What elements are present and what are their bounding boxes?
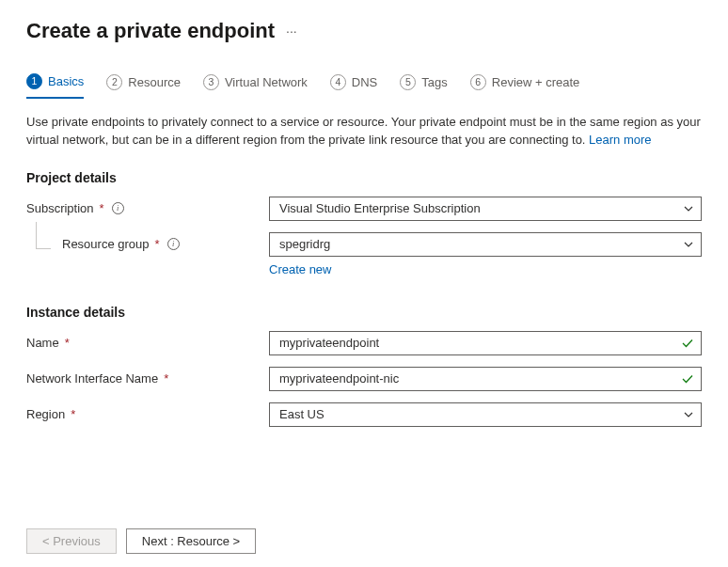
tab-label: Virtual Network xyxy=(225,75,308,89)
step-number-icon: 4 xyxy=(330,74,346,90)
info-icon[interactable]: i xyxy=(112,202,124,214)
subscription-select[interactable] xyxy=(269,197,702,221)
instance-details-heading: Instance details xyxy=(26,305,702,320)
resource-group-select[interactable] xyxy=(269,232,702,257)
more-icon[interactable]: ··· xyxy=(286,24,297,39)
step-number-icon: 5 xyxy=(400,74,416,90)
resource-group-label: Resource group* i xyxy=(26,237,269,251)
tab-tags[interactable]: 5 Tags xyxy=(400,70,447,99)
tab-label: Resource xyxy=(128,75,181,89)
create-new-link[interactable]: Create new xyxy=(269,262,331,276)
tab-label: Review + create xyxy=(492,75,580,89)
intro-text: Use private endpoints to privately conne… xyxy=(26,114,702,150)
tab-virtual-network[interactable]: 3 Virtual Network xyxy=(203,70,308,99)
tab-label: Basics xyxy=(48,74,84,88)
tabs: 1 Basics 2 Resource 3 Virtual Network 4 … xyxy=(26,70,702,99)
subscription-label: Subscription* i xyxy=(26,201,269,215)
nic-name-input[interactable] xyxy=(269,367,702,391)
tab-dns[interactable]: 4 DNS xyxy=(330,70,377,99)
step-number-icon: 2 xyxy=(106,74,122,90)
step-number-icon: 3 xyxy=(203,74,219,90)
region-select[interactable] xyxy=(269,402,702,427)
required-icon: * xyxy=(71,407,75,421)
required-icon: * xyxy=(100,201,104,215)
required-icon: * xyxy=(164,371,168,386)
tab-review-create[interactable]: 6 Review + create xyxy=(470,70,580,99)
step-number-icon: 6 xyxy=(470,74,486,90)
tab-resource[interactable]: 2 Resource xyxy=(106,70,181,99)
tab-label: Tags xyxy=(421,75,447,89)
tab-label: DNS xyxy=(352,75,377,89)
info-icon[interactable]: i xyxy=(167,238,180,250)
tab-basics[interactable]: 1 Basics xyxy=(26,70,84,99)
required-icon: * xyxy=(155,237,160,251)
learn-more-link[interactable]: Learn more xyxy=(589,133,651,147)
required-icon: * xyxy=(65,336,70,350)
name-input[interactable] xyxy=(269,331,702,355)
step-number-icon: 1 xyxy=(26,73,42,89)
project-details-heading: Project details xyxy=(26,170,702,185)
name-label: Name* xyxy=(26,336,269,350)
nic-name-label: Network Interface Name* xyxy=(26,371,269,386)
region-label: Region* xyxy=(26,407,269,421)
page-title: Create a private endpoint xyxy=(26,19,275,43)
